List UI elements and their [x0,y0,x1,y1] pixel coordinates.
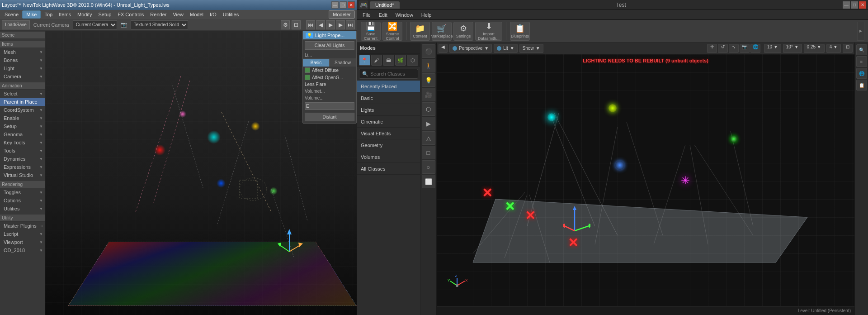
ue-rp-layers-btn[interactable]: ≡ [856,56,867,67]
lw-sidebar-camera[interactable]: Camera▼ [0,72,45,81]
ue-icon-trigger[interactable]: ⬡ [422,102,435,116]
lw-viewport[interactable]: 💡 Light Prope... Clear All Lights Li... … [45,31,357,315]
lw-loadsave-btn[interactable]: Load/Save [2,20,30,29]
lw-sidebar-virtualstudio[interactable]: Virtual Studio▼ [0,171,45,179]
lw-minimize-btn[interactable]: — [331,1,339,9]
ue-vp-arrow-btn[interactable]: ◀ [439,44,448,53]
ue-grid-value-btn[interactable]: 10 ▼ [764,44,781,53]
ue-close-btn[interactable]: ✕ [859,1,866,9]
lw-tab-mike[interactable]: Mike [22,10,41,19]
lw-sidebar-keytools[interactable]: Key Tools▼ [0,138,45,147]
lw-menu-modify[interactable]: Modify [75,11,94,18]
ue-icon-sphere2[interactable]: ○ [422,160,435,174]
ue-import-datasmith-btn[interactable]: ⬇ Import Datasmith... [475,22,502,41]
ue-maximize-btn[interactable]: □ [851,1,858,9]
ue-menu-file[interactable]: File [359,11,374,19]
lw-sidebar-enable[interactable]: Enable▼ [0,114,45,122]
ue-tab-untitled[interactable]: Untitled* [370,1,400,9]
lw-sidebar-coordsystem[interactable]: CoordSystem▼ [0,106,45,114]
lw-menu-items[interactable]: Items [56,11,74,18]
ue-icon-box[interactable]: □ [422,146,435,159]
lw-sidebar-options[interactable]: Options▼ [0,196,45,205]
lw-skipstart-btn[interactable]: ⏮ [306,20,315,29]
lw-sidebar-mesh[interactable]: Mesh▼ [0,48,45,56]
ue-icon-sphere[interactable]: ⚫ [422,44,435,58]
lw-sidebar-light[interactable]: Light▼ [0,64,45,72]
lw-settings-icon[interactable]: ⚙ [281,20,290,29]
lw-menu-fxcontrols[interactable]: FX Controls [115,11,146,18]
ue-scale-btn[interactable]: 0.25 ▼ [804,44,825,53]
lw-expand-icon[interactable]: ⊡ [292,20,301,29]
ue-vp-lit-btn[interactable]: Lit ▼ [494,44,517,53]
lw-popup-field-e[interactable]: E [305,102,354,110]
lw-camera-select[interactable]: Current Camera [73,20,117,29]
lw-menu-view[interactable]: View [170,11,186,18]
lw-sidebar-dynamics[interactable]: Dynamics▼ [0,155,45,163]
ue-blueprints-btn[interactable]: 📋 Blueprints [510,22,530,41]
ue-class-recently-placed[interactable]: Recently Placed [357,81,420,92]
ue-menu-window[interactable]: Window [392,11,417,19]
lw-sidebar-parent-in-place[interactable]: Parent in Place [0,98,45,106]
lw-sidebar-setup[interactable]: Setup▼ [0,122,45,130]
ue-vp-show-btn[interactable]: Show ▼ [519,44,543,53]
lw-popup-tab-shadow[interactable]: Shadow [330,59,356,67]
ue-class-cinematic[interactable]: Cinematic [357,116,420,128]
ue-rp-details-btn[interactable]: 🔍 [856,44,867,55]
ue-mode-tab-landscape[interactable]: 🏔 [383,55,394,66]
ue-world-icon[interactable]: 🌐 [750,44,760,53]
ue-icon-camera[interactable]: 🎥 [422,88,435,101]
lw-viewmode-select[interactable]: Textured Shaded Solid [131,20,188,29]
lw-menu-model[interactable]: Model [187,11,206,18]
ue-vp-perspective-btn[interactable]: Perspective ▼ [449,44,492,53]
ue-viewport[interactable]: ✕ ✕ ✕ ✕ ✳ [437,54,854,306]
lw-skipend-btn[interactable]: ⏭ [346,20,355,29]
lw-sidebar-od2018[interactable]: OD_2018▼ [0,246,45,254]
ue-class-search[interactable]: 🔍 [359,69,418,79]
ue-vp-maximize-btn[interactable]: ⊡ [843,44,853,53]
ue-icon-player[interactable]: ▶ [422,117,435,130]
ue-mode-tab-paint[interactable]: 🖌 [371,55,382,66]
ue-rp-outliner-btn[interactable]: 📋 [856,80,867,91]
lw-menu-render[interactable]: Render [147,11,169,18]
lw-sidebar-viewport[interactable]: Viewport▼ [0,238,45,246]
lw-sidebar-lscript[interactable]: Lscript▼ [0,230,45,238]
ue-rp-world-btn[interactable]: 🌐 [856,68,867,79]
lw-menu-scene[interactable]: Scene [2,11,21,18]
lw-sidebar-utilities[interactable]: Utilities▼ [0,205,45,213]
ue-class-visual-effects[interactable]: Visual Effects [357,128,420,139]
lw-sidebar-bones[interactable]: Bones▼ [0,56,45,64]
ue-toolbar-expand-btn[interactable]: ▶ [857,22,864,41]
lw-sidebar-toggles[interactable]: Toggles▼ [0,188,45,196]
ue-transform-icon[interactable]: ✛ [707,44,717,53]
ue-save-current-btn[interactable]: 💾 Save Current [361,22,381,41]
ue-class-all-classes[interactable]: All Classes [357,163,420,175]
lw-close-btn[interactable]: ✕ [348,1,355,9]
lw-menu-utilities[interactable]: Utilities [220,11,241,18]
ue-snap-btn[interactable]: 4 ▼ [826,44,841,53]
lw-popup-tab-basic[interactable]: Basic [303,59,330,67]
ue-rotate-icon[interactable]: ↺ [718,44,728,53]
ue-mode-tab-geometry[interactable]: ⬡ [407,55,418,66]
ue-icon-light[interactable]: 💡 [422,73,435,87]
ue-icon-cone[interactable]: △ [422,131,435,145]
ue-class-geometry[interactable]: Geometry [357,139,420,151]
ue-angle-btn[interactable]: 10° ▼ [783,44,802,53]
ue-menu-edit[interactable]: Edit [375,11,391,19]
lw-nextframe-btn[interactable]: ▶ [336,20,345,29]
ue-icon-mesh[interactable]: ⬜ [422,175,435,188]
lw-popup-title-bar[interactable]: 💡 Light Prope... [303,31,356,39]
lw-affect-opengl-check[interactable] [305,75,310,80]
ue-mode-tab-place[interactable]: 📍 [359,55,370,66]
lw-menu-setup[interactable]: Setup [96,11,114,18]
ue-icon-human[interactable]: 🚶 [422,59,435,72]
ue-class-basic[interactable]: Basic [357,92,420,104]
lw-menu-io[interactable]: I/O [207,11,219,18]
ue-minimize-btn[interactable]: — [843,1,850,9]
lw-distant-btn[interactable]: Distant [305,113,354,121]
lw-sidebar-select[interactable]: Select▼ [0,90,45,98]
ue-mode-tab-foliage[interactable]: 🌿 [395,55,406,66]
lw-maximize-btn[interactable]: □ [340,1,347,9]
lw-affect-diffuse-check[interactable] [305,67,310,73]
ue-camera-icon-vp[interactable]: 📷 [740,44,750,53]
lw-sidebar-tools[interactable]: Tools▼ [0,147,45,155]
